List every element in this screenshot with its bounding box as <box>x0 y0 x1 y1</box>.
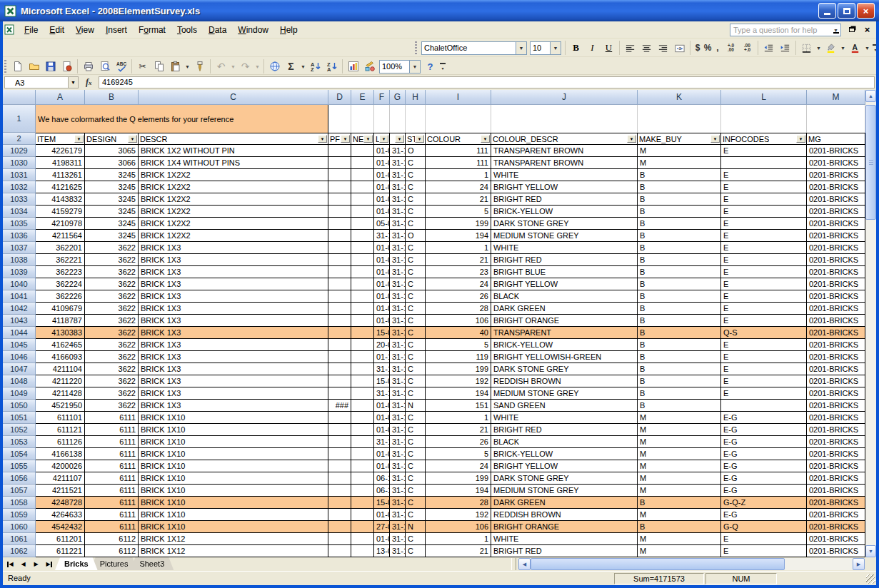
cell[interactable]: C <box>406 206 426 218</box>
cell[interactable]: C <box>406 363 426 375</box>
row-header[interactable]: 1042 <box>3 303 36 315</box>
sheet-tab-pictures[interactable]: Pictures <box>91 557 138 570</box>
cell[interactable]: BRIGHT RED <box>491 254 638 266</box>
cell[interactable] <box>328 278 351 290</box>
cell[interactable]: 21 <box>426 424 491 436</box>
cell[interactable]: 31-1 <box>390 351 406 363</box>
cell[interactable]: BRICK 1X3 <box>139 303 328 315</box>
filter-header-cell[interactable]: INFOCODES▼ <box>721 133 807 145</box>
cell[interactable]: BRIGHT YELLOW <box>491 181 638 193</box>
row-header[interactable]: 1054 <box>3 448 36 460</box>
cell[interactable]: DARK STONE GREY <box>491 472 638 485</box>
cell[interactable]: 0201-BRICKS <box>807 521 865 533</box>
cell[interactable]: 194 <box>426 230 491 242</box>
filter-dropdown-icon[interactable]: ▼ <box>318 135 327 143</box>
cell[interactable]: 362224 <box>36 278 85 290</box>
cell[interactable]: 6112 <box>85 545 139 557</box>
cell[interactable]: C <box>406 424 426 436</box>
row-header[interactable]: 1032 <box>3 181 36 193</box>
cell[interactable]: 01-0 <box>374 169 390 181</box>
cell[interactable] <box>406 105 426 133</box>
cell[interactable]: 111 <box>426 157 491 169</box>
borders-dropdown-icon[interactable]: ▼ <box>815 40 823 56</box>
cell[interactable] <box>351 521 374 533</box>
cell[interactable]: M <box>638 533 721 545</box>
font-name-select[interactable]: ChaletOffice ▼ <box>421 41 527 55</box>
cell[interactable]: C <box>406 339 426 351</box>
cell[interactable]: 31-1 <box>390 169 406 181</box>
cell[interactable]: BRICK 1X2X2 <box>139 169 328 181</box>
cell[interactable]: B <box>638 339 721 351</box>
cell[interactable]: E <box>721 339 807 351</box>
cell[interactable]: E <box>721 169 807 181</box>
cell[interactable]: E-G <box>721 412 807 424</box>
cell[interactable]: 01-0 <box>374 181 390 193</box>
cell[interactable]: B <box>638 400 721 412</box>
cell[interactable]: 31-1 <box>390 315 406 327</box>
cell[interactable]: BRICK 1X2X2 <box>139 181 328 193</box>
cell[interactable] <box>351 387 374 400</box>
row-header[interactable]: 1048 <box>3 375 36 387</box>
cell[interactable]: 0201-BRICKS <box>807 485 865 497</box>
cell[interactable]: 31-1 <box>390 400 406 412</box>
cell[interactable]: REDDISH BROWN <box>491 509 638 521</box>
cell[interactable]: 0201-BRICKS <box>807 339 865 351</box>
cell[interactable]: 31-1 <box>390 157 406 169</box>
cell[interactable]: M <box>638 472 721 485</box>
cell[interactable]: B <box>638 230 721 242</box>
cell[interactable]: 20-0 <box>374 339 390 351</box>
column-header-E[interactable]: E <box>351 90 374 105</box>
column-header-B[interactable]: B <box>85 90 139 105</box>
menu-window[interactable]: Window <box>232 23 274 37</box>
cell[interactable]: 192 <box>426 509 491 521</box>
cell[interactable] <box>328 460 351 472</box>
cell[interactable]: 3245 <box>85 218 139 230</box>
filter-dropdown-icon[interactable]: ▼ <box>363 135 373 143</box>
cell[interactable] <box>351 157 374 169</box>
filter-dropdown-icon[interactable]: ▼ <box>395 135 404 143</box>
cell[interactable] <box>328 339 351 351</box>
cell[interactable] <box>328 509 351 521</box>
underline-button[interactable]: U <box>601 40 617 56</box>
row-header[interactable]: 1052 <box>3 424 36 436</box>
cell[interactable] <box>328 145 351 157</box>
cell[interactable]: BRICK 1X3 <box>139 242 328 254</box>
cell[interactable]: E <box>721 266 807 278</box>
vertical-scrollbar[interactable]: ▲ ▼ <box>865 90 876 557</box>
cell[interactable]: E <box>721 290 807 303</box>
cell[interactable]: B <box>638 242 721 254</box>
cell[interactable]: 0201-BRICKS <box>807 387 865 400</box>
last-sheet-button[interactable]: ▶ <box>43 558 55 570</box>
cell[interactable] <box>351 242 374 254</box>
filter-dropdown-icon[interactable]: ▼ <box>710 135 720 143</box>
align-center-button[interactable] <box>638 40 655 56</box>
cell[interactable]: BRICK 1X10 <box>139 472 328 485</box>
cell[interactable]: 31-1 <box>374 387 390 400</box>
cell[interactable]: 611101 <box>36 412 85 424</box>
cell[interactable] <box>328 387 351 400</box>
cell[interactable]: 01-0 <box>374 533 390 545</box>
cell[interactable] <box>351 485 374 497</box>
row-header[interactable]: 1047 <box>3 363 36 375</box>
cell[interactable]: G-Q-Z <box>721 497 807 509</box>
cell[interactable]: 0201-BRICKS <box>807 181 865 193</box>
cell[interactable]: 31-1 <box>374 436 390 448</box>
copy-button[interactable] <box>151 59 167 74</box>
scroll-down-icon[interactable]: ▼ <box>865 545 876 557</box>
cell[interactable]: G-Q <box>721 521 807 533</box>
horizontal-scrollbar-thumb[interactable] <box>531 558 785 570</box>
cell[interactable]: BRICK 1X3 <box>139 327 328 339</box>
cell[interactable]: 4159279 <box>36 206 85 218</box>
cut-button[interactable]: ✂ <box>134 59 151 74</box>
scroll-right-icon[interactable]: ▶ <box>853 558 865 570</box>
cell[interactable]: C <box>406 242 426 254</box>
cell[interactable]: 3622 <box>85 254 139 266</box>
cell[interactable]: 3622 <box>85 242 139 254</box>
cell[interactable]: 01-0 <box>374 448 390 460</box>
cell[interactable]: C <box>406 436 426 448</box>
cell[interactable] <box>351 181 374 193</box>
cell[interactable]: BRICK 1X3 <box>139 278 328 290</box>
toolbar-options-button[interactable]: ▾ <box>438 59 447 74</box>
cell[interactable]: 3622 <box>85 400 139 412</box>
menu-help[interactable]: Help <box>274 23 303 37</box>
